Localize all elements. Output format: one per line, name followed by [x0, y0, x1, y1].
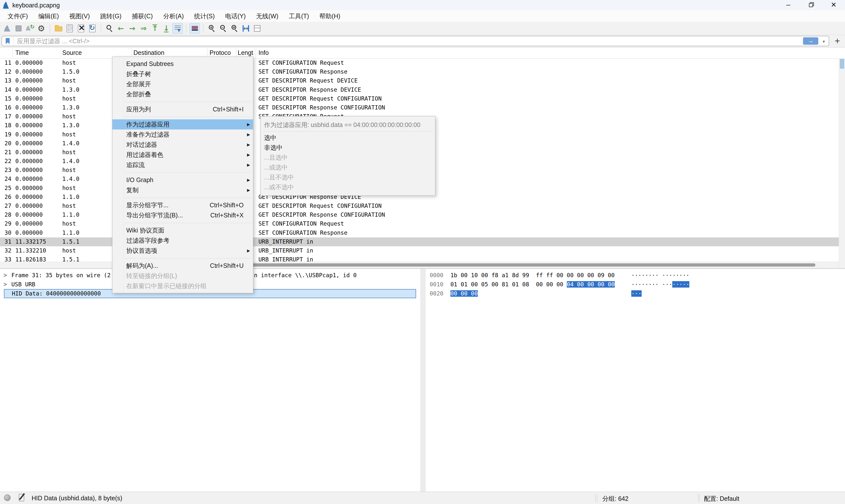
- context-menu-item[interactable]: 复制▶: [112, 185, 253, 195]
- menu-item-label: 协议首选项: [126, 247, 157, 255]
- menu-item-label: I/O Graph: [126, 176, 154, 183]
- go-back-button[interactable]: [115, 23, 126, 34]
- filter-dropdown-caret-icon[interactable]: ▼: [822, 39, 826, 43]
- apply-filter-button[interactable]: →: [803, 37, 818, 45]
- find-packet-button[interactable]: [104, 23, 115, 34]
- profile-name[interactable]: 配置: Default: [704, 494, 739, 503]
- display-filter-input[interactable]: 应用显示过滤器 ... <Ctrl-/> → ▼: [1, 36, 829, 46]
- cell-no: 21: [0, 149, 11, 156]
- cell-time: 0.000000: [15, 230, 43, 236]
- submenu-item[interactable]: 非选中: [260, 143, 435, 152]
- hex-selected-bytes: 00 00 00: [450, 290, 478, 297]
- cell-source: host: [62, 247, 76, 254]
- restart-capture-button[interactable]: [25, 23, 35, 34]
- save-file-button[interactable]: [65, 23, 75, 34]
- menu-item-8[interactable]: 电话(Y): [220, 11, 251, 22]
- context-menu-item[interactable]: 折叠子树: [112, 69, 253, 79]
- add-filter-button[interactable]: +: [832, 36, 843, 46]
- cell-time: 0.000000: [15, 140, 43, 146]
- menu-item-1[interactable]: 文件(F): [2, 11, 33, 22]
- hex-row-0020[interactable]: 002000 00 00···: [426, 289, 845, 298]
- context-menu-item[interactable]: Expand Subtrees: [112, 59, 253, 69]
- cell-info: GET DESCRIPTOR Response CONFIGURATION: [258, 212, 385, 218]
- menu-item-3[interactable]: 视图(V): [64, 11, 95, 22]
- menu-item-11[interactable]: 帮助(H): [314, 11, 346, 22]
- zoom-in-button[interactable]: [206, 23, 217, 34]
- zoom-normal-button[interactable]: [229, 23, 240, 34]
- go-forward-button[interactable]: [127, 23, 137, 34]
- context-menu-item[interactable]: 用过滤器着色▶: [112, 150, 253, 160]
- menu-separator: [112, 195, 253, 200]
- context-menu-item[interactable]: 显示分组字节...Ctrl+Shift+O: [112, 200, 253, 210]
- capture-comment-icon[interactable]: [19, 494, 24, 501]
- context-menu-item[interactable]: 导出分组字节流(B)...Ctrl+Shift+X: [112, 210, 253, 220]
- scrollbar-thumb[interactable]: [840, 59, 844, 69]
- hex-row-0010[interactable]: 001001 01 00 05 00 81 01 08 00 00 00 04 …: [426, 280, 845, 289]
- close-button[interactable]: [822, 0, 845, 11]
- open-file-button[interactable]: [53, 23, 64, 34]
- scrollbar-thumb[interactable]: [208, 263, 815, 267]
- column-divider[interactable]: [61, 49, 61, 57]
- context-menu-item[interactable]: 过滤器字段参考: [112, 235, 253, 246]
- cell-time: 0.000000: [15, 77, 43, 84]
- apply-columns-button[interactable]: [252, 23, 263, 34]
- filter-bookmark-button[interactable]: [2, 36, 14, 46]
- menu-item-label: 解码为(A)...: [126, 262, 158, 270]
- capture-options-button[interactable]: [36, 23, 47, 34]
- stop-capture-button[interactable]: [13, 23, 24, 34]
- hex-row-0000[interactable]: 00001b 00 10 00 f8 a1 8d 99 ff ff 00 00 …: [426, 271, 845, 280]
- cell-no: 24: [0, 176, 11, 182]
- context-menu-item[interactable]: I/O Graph▶: [112, 175, 253, 185]
- zoom-out-button[interactable]: [218, 23, 228, 34]
- close-file-button[interactable]: [76, 23, 86, 34]
- column-header-time[interactable]: Time: [15, 49, 29, 56]
- expand-arrow-icon[interactable]: >: [3, 281, 7, 288]
- minimize-button[interactable]: [777, 0, 799, 11]
- context-menu-item[interactable]: 全部折叠: [112, 89, 253, 99]
- menu-item-2[interactable]: 编辑(E): [33, 11, 64, 22]
- menu-item-9[interactable]: 无线(W): [251, 11, 283, 22]
- go-last-button[interactable]: [161, 23, 172, 34]
- go-to-packet-button[interactable]: [138, 23, 149, 34]
- reload-file-button[interactable]: [87, 23, 97, 34]
- column-header-source[interactable]: Source: [62, 49, 82, 56]
- context-menu-item[interactable]: 全部展开: [112, 79, 253, 89]
- cell-no: 11: [0, 59, 11, 66]
- context-menu-item[interactable]: 对话过滤器▶: [112, 140, 253, 150]
- cell-time: 0.000000: [15, 149, 43, 156]
- menu-item-label: 导出分组字节流(B)...: [126, 211, 183, 219]
- menu-item-6[interactable]: 分析(A): [158, 11, 189, 22]
- cell-source: host: [62, 167, 76, 173]
- context-menu-item[interactable]: 准备作为过滤器▶: [112, 129, 253, 140]
- cell-source: 1.1.0: [62, 194, 79, 200]
- menu-item-4[interactable]: 跳转(G): [95, 11, 127, 22]
- context-menu-item[interactable]: Wiki 协议页面: [112, 225, 253, 235]
- cell-time: 0.000000: [15, 59, 43, 66]
- resize-columns-button[interactable]: [241, 23, 251, 34]
- auto-scroll-button[interactable]: [173, 23, 183, 34]
- submenu-item[interactable]: 选中: [260, 133, 435, 143]
- start-capture-button[interactable]: [2, 23, 12, 34]
- menu-item-7[interactable]: 统计(S): [189, 11, 220, 22]
- column-header-protocol[interactable]: Protoco: [210, 49, 231, 56]
- packet-list-vertical-scrollbar[interactable]: [839, 58, 845, 268]
- column-divider[interactable]: [256, 49, 256, 57]
- context-menu-item[interactable]: 解码为(A)...Ctrl+Shift+U: [112, 260, 253, 271]
- menu-separator: [112, 256, 253, 260]
- maximize-button[interactable]: [799, 0, 822, 11]
- context-menu-item[interactable]: 追踪流▶: [112, 160, 253, 170]
- menu-shortcut: Ctrl+Shift+U: [210, 262, 244, 269]
- expand-arrow-icon[interactable]: >: [3, 272, 7, 279]
- column-divider[interactable]: [12, 49, 13, 57]
- context-menu-item[interactable]: 作为过滤器应用▶: [112, 119, 253, 129]
- menu-item-10[interactable]: 工具(T): [284, 11, 314, 22]
- colorize-button[interactable]: [190, 23, 200, 34]
- column-header-length[interactable]: Lengt: [238, 49, 253, 56]
- menu-item-5[interactable]: 捕获(C): [127, 11, 158, 22]
- context-menu-item[interactable]: 应用为列Ctrl+Shift+I: [112, 104, 253, 114]
- expert-info-icon[interactable]: [4, 494, 11, 501]
- context-menu-item[interactable]: 协议首选项▶: [112, 246, 253, 256]
- go-first-button[interactable]: [150, 23, 160, 34]
- column-header-info[interactable]: Info: [258, 49, 269, 56]
- column-header-destination[interactable]: Destination: [133, 49, 164, 56]
